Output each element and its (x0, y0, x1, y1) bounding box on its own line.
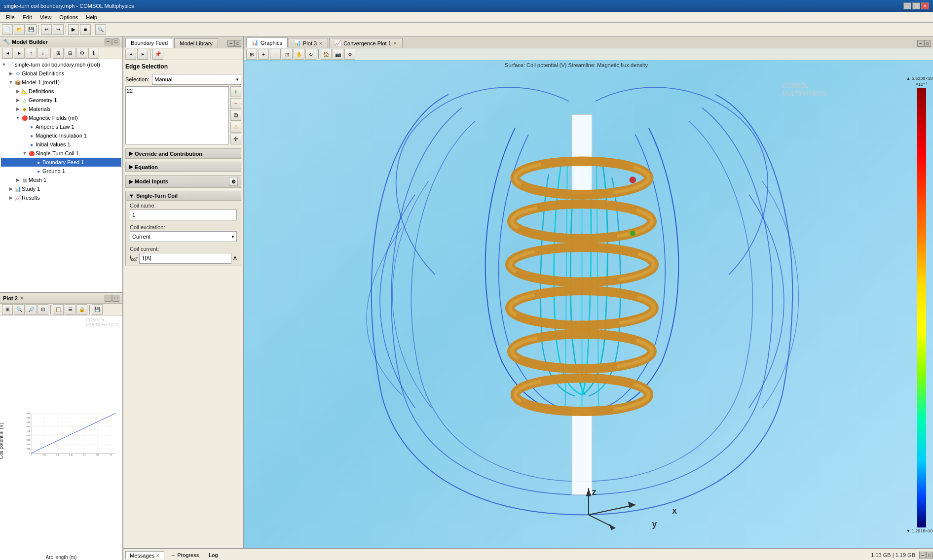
left-tab-min[interactable]: ─ (227, 40, 234, 47)
tree-item-ground1[interactable]: ● Ground 1 (1, 167, 121, 175)
tree-item-model1[interactable]: ▼ 📦 Model 1 (mod1) (1, 78, 121, 87)
stop-button[interactable]: ■ (80, 24, 91, 35)
sel-move-btn[interactable]: ✛ (230, 134, 241, 144)
tree-item-initial-values[interactable]: ● Initial Values 1 (1, 140, 121, 149)
status-max[interactable]: □ (926, 552, 933, 559)
tree-back-btn[interactable]: ◂ (2, 48, 13, 59)
tree-item-global-def[interactable]: ▶ ⚙ Global Definitions (1, 69, 121, 78)
tree-info-btn[interactable]: ℹ (88, 48, 99, 59)
tree-collapse-btn[interactable]: ⊟ (65, 48, 75, 59)
menu-edit[interactable]: Edit (19, 13, 36, 21)
gfx-rotate[interactable]: ↻ (305, 49, 316, 60)
plot2-zoom-out[interactable]: 🔎 (26, 304, 37, 315)
tree-item-boundary-feed[interactable]: ● Boundary Feed 1 (1, 158, 121, 167)
right-tab-min[interactable]: ─ (917, 40, 924, 47)
mb-minimize-btn[interactable]: ─ (105, 38, 112, 45)
tree-item-magnetic-fields[interactable]: ▼ 🔴 Magnetic Fields (mf) (1, 113, 121, 122)
bf-forward[interactable]: ▸ (137, 49, 148, 60)
sel-warn-btn[interactable]: ⚠ (230, 122, 241, 133)
tab-graphics[interactable]: 📊 Graphics (246, 37, 288, 48)
tree-down-btn[interactable]: ↓ (37, 48, 48, 59)
status-min[interactable]: ─ (919, 552, 926, 559)
menu-view[interactable]: View (36, 13, 56, 21)
zoom-in-button[interactable]: 🔍 (95, 24, 106, 35)
plot2-zoom-in[interactable]: 🔍 (14, 304, 25, 315)
left-tab-area: Boundary Feed Model Library ─ □ (123, 36, 244, 48)
gfx-zoom-fit[interactable]: ⊞ (246, 49, 257, 60)
tree-item-results[interactable]: ▶ 📈 Results (1, 193, 121, 202)
coil-excitation-select[interactable]: Current (130, 231, 237, 242)
override-section[interactable]: ▶ Override and Contribution (125, 148, 241, 159)
gfx-pan[interactable]: ✋ (294, 49, 304, 60)
tree-forward-btn[interactable]: ▸ (14, 48, 25, 59)
maximize-button[interactable]: □ (912, 2, 920, 9)
coil-current-label: Coil current: (130, 246, 237, 252)
tree-item-single-turn-coil[interactable]: ▼ 🔴 Single-Turn Coil 1 (1, 149, 121, 158)
tree-item-mesh1[interactable]: ▶ ▦ Mesh 1 (1, 175, 121, 184)
tab-plot3-close[interactable]: ✕ (319, 41, 323, 46)
menu-bar: File Edit View Options Help (0, 12, 933, 23)
tree-item-definitions[interactable]: ▶ 📐 Definitions (1, 87, 121, 96)
right-tab-max[interactable]: □ (924, 40, 931, 47)
plot2-zoom-fit[interactable]: ⊞ (2, 304, 13, 315)
plot2-zoom-sel[interactable]: ⊡ (37, 304, 48, 315)
sel-remove-btn[interactable]: − (230, 98, 241, 109)
tree-settings-btn[interactable]: ⚙ (76, 48, 87, 59)
stc-header[interactable]: ▼ Single-Turn Coil (126, 191, 241, 201)
menu-file[interactable]: File (2, 13, 19, 21)
plot2-list[interactable]: ☰ (65, 304, 75, 315)
tab-convergence[interactable]: 📈 Convergence Plot 1 ✕ (329, 38, 403, 48)
gfx-zoom-in[interactable]: + (258, 49, 269, 60)
tab-conv-close[interactable]: ✕ (393, 41, 397, 46)
tree-item-mag-insulation[interactable]: ● Magnetic Insulation 1 (1, 131, 121, 140)
sel-add-btn[interactable]: + (230, 86, 241, 97)
mi-settings-btn[interactable]: ⚙ (229, 177, 238, 186)
menu-help[interactable]: Help (82, 13, 101, 21)
plot2-max-btn[interactable]: □ (112, 295, 119, 302)
tree-item-amperes-law[interactable]: ● Ampère's Law 1 (1, 122, 121, 131)
tree-item-materials[interactable]: ▶ ◆ Materials (1, 105, 121, 113)
coil-name-input[interactable] (130, 210, 237, 220)
bf-back[interactable]: ◂ (125, 49, 136, 60)
plot2-table[interactable]: 📋 (53, 304, 64, 315)
gfx-home[interactable]: 🏠 (321, 49, 332, 60)
plot2-export[interactable]: 💾 (92, 304, 103, 315)
model-inputs-section[interactable]: ▶ Model Inputs ⚙ (125, 175, 241, 188)
plot2-lock[interactable]: 🔒 (76, 304, 87, 315)
sel-copy-btn[interactable]: ⧉ (230, 110, 241, 121)
undo-button[interactable]: ↩ (41, 24, 52, 35)
status-tab-log[interactable]: Log (205, 551, 222, 559)
minimize-button[interactable]: ─ (903, 2, 911, 9)
tree-item-geometry1[interactable]: ▶ △ Geometry 1 (1, 96, 121, 105)
plot2-min-btn[interactable]: ─ (105, 295, 112, 302)
tree-item-root[interactable]: ▼ 📄 single-turn coil boundary.mph (root) (1, 60, 121, 69)
bf-pin[interactable]: 📌 (152, 49, 163, 60)
plot2-close-icon[interactable]: ✕ (20, 296, 24, 301)
tree-up-btn[interactable]: ↑ (26, 48, 37, 59)
gfx-snap[interactable]: 📷 (333, 49, 343, 60)
tree-expand-btn[interactable]: ⊞ (53, 48, 64, 59)
messages-close[interactable]: ✕ (156, 553, 160, 558)
equation-section[interactable]: ▶ Equation (125, 162, 241, 172)
run-button[interactable]: ▶ (68, 24, 79, 35)
coil-current-input[interactable] (139, 253, 231, 264)
tree-item-study1[interactable]: ▶ 📊 Study 1 (1, 184, 121, 193)
status-tab-messages[interactable]: Messages ✕ (125, 551, 164, 560)
tab-boundary-feed[interactable]: Boundary Feed (125, 38, 173, 48)
redo-button[interactable]: ↪ (53, 24, 64, 35)
mb-maximize-btn[interactable]: □ (112, 38, 119, 45)
gfx-settings[interactable]: ⚙ (344, 49, 355, 60)
tab-plot3[interactable]: 📊 Plot 3 ✕ (289, 38, 328, 48)
gfx-zoom-sel[interactable]: ⊡ (282, 49, 293, 60)
tab-model-library[interactable]: Model Library (174, 38, 218, 48)
left-tab-max[interactable]: □ (234, 40, 241, 47)
menu-options[interactable]: Options (55, 13, 82, 21)
save-button[interactable]: 💾 (26, 24, 37, 35)
open-button[interactable]: 📂 (14, 24, 25, 35)
svg-text:0.04: 0.04 (27, 444, 30, 446)
gfx-zoom-out[interactable]: - (270, 49, 281, 60)
selection-dropdown[interactable]: Manual (152, 74, 241, 85)
close-button[interactable]: ✕ (921, 2, 929, 9)
new-button[interactable]: 📄 (2, 24, 13, 35)
status-tab-progress[interactable]: → Progress (166, 551, 203, 559)
